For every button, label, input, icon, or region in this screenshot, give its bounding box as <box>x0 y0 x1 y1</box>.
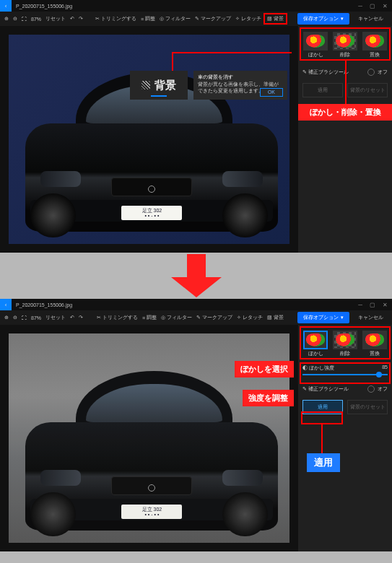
label: 補正ブラシツール <box>308 386 349 391</box>
background-popup-label: 背景 <box>154 79 176 92</box>
slider-knob[interactable] <box>376 372 382 377</box>
help-title: 車の背景を消す <box>198 74 283 80</box>
back-button[interactable]: ‹ <box>0 299 12 310</box>
rotate-left-icon[interactable]: ↶ <box>70 16 74 22</box>
app-window-before: ‹ P_20200715_155006.jpg ─ ▢ ✕ ⊕ ⊖ ⛶ 87% … <box>0 0 392 253</box>
maximize-button[interactable]: ▢ <box>370 302 375 308</box>
reset-zoom[interactable]: リセット <box>45 314 66 321</box>
reset-bg-button[interactable]: 背景のリセット <box>347 83 388 97</box>
callout-strength: 強度を調整 <box>243 390 294 406</box>
apply-button[interactable]: 適用 <box>302 83 343 97</box>
zoom-out-icon[interactable]: ⊖ <box>13 315 17 320</box>
brush-tool-label: 補正ブラシツール <box>308 69 349 74</box>
annotation-line <box>172 52 292 53</box>
annotation-line <box>321 424 323 453</box>
label: オフ <box>378 385 388 393</box>
minimize-button[interactable]: ─ <box>358 3 362 9</box>
brush-toggle[interactable]: オフ <box>367 385 388 393</box>
background-popup: 背景 <box>130 71 188 100</box>
help-tooltip: 車の背景を消す 背景が異なる画像を表示し、準備ができたら変更を適用します。 OK <box>193 71 287 100</box>
expand-icon[interactable]: ⛶ <box>22 315 27 320</box>
tool-trimming-label: トリミングする <box>101 15 136 22</box>
help-ok-button[interactable]: OK <box>260 88 283 97</box>
callout-select-blur: ぼかしを選択 <box>235 361 294 377</box>
zoom-in-icon[interactable]: ⊕ <box>4 16 9 22</box>
plate-top: 足立 302 <box>142 208 162 213</box>
zoom-pct: 87% <box>31 315 41 320</box>
tool-markup[interactable]: ✎ マークアップ <box>195 15 231 22</box>
canvas: 足立 302 • • - • • ぼかしを選択 強度を調整 <box>0 325 298 551</box>
minimize-button[interactable]: ─ <box>358 302 362 308</box>
cancel-button[interactable]: キャンセル <box>354 13 388 25</box>
reset-zoom[interactable]: リセット <box>45 15 66 22</box>
reset-bg-button[interactable]: 背景のリセット <box>347 400 388 414</box>
cancel-button[interactable]: キャンセル <box>354 312 388 323</box>
plate-bot: • • - • • <box>144 213 159 218</box>
plate-top: 足立 302 <box>142 507 162 512</box>
window-controls: ─ ▢ ✕ <box>358 3 392 9</box>
side-panel: ぼかし 削除 置換 ◐ ぼかし強度 85 <box>298 325 392 551</box>
label: トリミングする <box>103 314 138 321</box>
maximize-button[interactable]: ▢ <box>370 3 375 9</box>
label: 保存オプション <box>303 314 339 321</box>
save-options-button[interactable]: 保存オプション ▾ <box>297 312 349 323</box>
tool-adjust[interactable]: ≡ 調整 <box>141 15 155 22</box>
tool-markup[interactable]: ✎ マークアップ <box>196 314 232 321</box>
brush-tool[interactable]: ✎ 補正ブラシツール <box>302 385 349 393</box>
window-controls: ─ ▢ ✕ <box>358 302 392 308</box>
rotate-left-icon[interactable]: ↶ <box>70 315 74 320</box>
callout-modes: ぼかし・削除・置換 <box>298 104 392 121</box>
rotate-right-icon[interactable]: ↷ <box>79 315 83 320</box>
tool-markup-label: マークアップ <box>201 15 231 22</box>
back-icon: ‹ <box>5 3 7 9</box>
tool-adjust[interactable]: ≡ 調整 <box>142 314 157 321</box>
zoom-in-icon[interactable]: ⊕ <box>4 315 9 320</box>
brush-toggle[interactable]: オフ <box>367 69 388 76</box>
back-icon: ‹ <box>5 302 7 308</box>
close-button[interactable]: ✕ <box>383 3 388 9</box>
expand-icon[interactable]: ⛶ <box>22 17 27 22</box>
slider-track[interactable] <box>302 374 388 375</box>
label: 背景 <box>274 314 284 321</box>
file-name: P_20200715_155006.jpg <box>12 302 358 307</box>
tool-filter-label: フィルター <box>165 15 191 22</box>
preview-image: 足立 302 • • - • • <box>9 35 289 244</box>
label: 調整 <box>147 314 157 321</box>
license-plate: 足立 302 • • - • • <box>121 206 182 220</box>
label: レタッチ <box>243 314 263 321</box>
zoom-pct: 87% <box>31 17 41 22</box>
rotate-right-icon[interactable]: ↷ <box>79 16 83 22</box>
tool-trimming[interactable]: ✂ トリミングする <box>97 314 138 321</box>
tool-background[interactable]: ▨ 背景 <box>267 314 284 321</box>
toolbar: ⊕ ⊖ ⛶ 87% リセット ↶ ↷ ✂ トリミングする ≡ 調整 ◎ フィルタ… <box>0 310 392 325</box>
tool-retouch[interactable]: ✧ レタッチ <box>235 15 261 22</box>
file-name: P_20200715_155006.jpg <box>12 4 358 9</box>
titlebar: ‹ P_20200715_155006.jpg ─ ▢ ✕ <box>0 0 392 12</box>
tool-retouch-label: レタッチ <box>241 15 261 22</box>
back-button[interactable]: ‹ <box>0 0 12 12</box>
main-area: 足立 302 • • - • • ぼかしを選択 強度を調整 ぼかし 削除 <box>0 325 392 551</box>
brush-tool-row: ✎ 補正ブラシツール オフ <box>302 385 388 393</box>
toolbar: ⊕ ⊖ ⛶ 87% リセット ↶ ↷ ✂ トリミングする ≡ 調整 ◎ フィルタ… <box>0 12 392 26</box>
brush-tool[interactable]: ✎ 補正ブラシツール <box>302 69 349 76</box>
annotation-line <box>172 52 173 71</box>
save-options-button[interactable]: 保存オプション ▾ <box>297 13 349 25</box>
tool-retouch[interactable]: ✧ レタッチ <box>237 314 263 321</box>
annotation-line <box>345 61 347 104</box>
close-button[interactable]: ✕ <box>383 302 388 308</box>
tool-background[interactable]: ▨ 背景 <box>263 13 287 25</box>
tool-adjust-label: 調整 <box>145 15 155 22</box>
tool-filter[interactable]: ◎ フィルター <box>160 15 191 22</box>
main-area: 足立 302 • • - • • 背景 車の背景を消す 背景が異なる画像を表示し… <box>0 26 392 253</box>
titlebar: ‹ P_20200715_155006.jpg ─ ▢ ✕ <box>0 299 392 310</box>
background-tool-icon <box>141 81 150 90</box>
tool-trimming[interactable]: ✂ トリミングする <box>95 15 136 22</box>
annotation-box-apply <box>301 411 343 424</box>
big-arrow-down <box>171 254 222 297</box>
chevron-down-icon: ▾ <box>341 315 344 320</box>
tool-filter[interactable]: ◎ フィルター <box>161 314 192 321</box>
callout-apply: 適用 <box>307 453 340 472</box>
label: フィルター <box>167 314 192 321</box>
zoom-out-icon[interactable]: ⊖ <box>13 16 17 22</box>
canvas: 足立 302 • • - • • 背景 車の背景を消す 背景が異なる画像を表示し… <box>0 26 298 253</box>
